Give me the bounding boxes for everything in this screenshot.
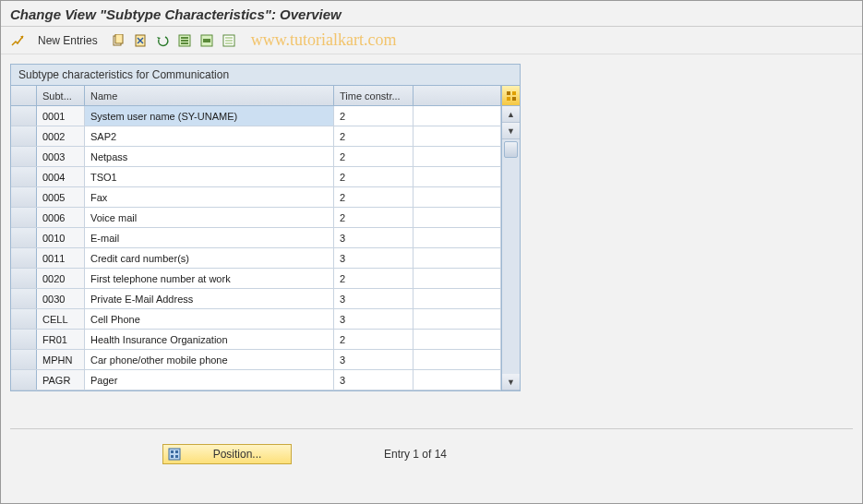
cell-time-constraint[interactable]: 3 — [334, 370, 414, 390]
cell-extra — [414, 330, 501, 349]
cell-name[interactable]: Voice mail — [85, 208, 334, 227]
cell-subtype[interactable]: MPHN — [37, 350, 85, 369]
table-settings-icon[interactable] — [502, 86, 520, 106]
cell-time-constraint[interactable]: 2 — [334, 106, 414, 126]
svg-rect-20 — [169, 449, 180, 460]
cell-name[interactable]: First telephone number at work — [85, 269, 334, 288]
cell-name[interactable]: SAP2 — [85, 126, 334, 146]
position-button-label: Position... — [187, 448, 287, 461]
cell-name[interactable]: Private E-Mail Address — [85, 289, 334, 308]
cell-name[interactable]: Health Insurance Organization — [85, 330, 334, 349]
table-row: 0030Private E-Mail Address3 — [11, 289, 501, 309]
position-button[interactable]: Position... — [162, 444, 292, 464]
svg-rect-7 — [181, 40, 188, 42]
cell-time-constraint[interactable]: 2 — [334, 269, 414, 288]
other-view-icon[interactable] — [8, 31, 27, 50]
row-selector[interactable] — [11, 350, 37, 369]
table-row: 0005Fax2 — [11, 187, 501, 208]
row-selector[interactable] — [11, 106, 37, 126]
cell-extra — [414, 350, 501, 369]
cell-time-constraint[interactable]: 2 — [334, 330, 414, 349]
footer-separator — [10, 428, 853, 429]
cell-name[interactable]: System user name (SY-UNAME) — [85, 106, 334, 126]
row-selector[interactable] — [11, 309, 37, 329]
new-entries-button[interactable]: New Entries — [30, 32, 105, 49]
cell-subtype[interactable]: 0006 — [37, 208, 85, 227]
cell-subtype[interactable]: 0005 — [37, 187, 85, 207]
scroll-track[interactable] — [502, 139, 520, 374]
main-area: Subtype characteristics for Communicatio… — [1, 54, 862, 401]
table-row: 0020First telephone number at work2 — [11, 269, 501, 289]
cell-time-constraint[interactable]: 3 — [334, 289, 414, 308]
scroll-down-step-button[interactable]: ▼ — [502, 123, 520, 139]
vertical-scrollbar: ▲ ▼ ▼ — [501, 86, 520, 390]
watermark-text: www.tutorialkart.com — [251, 30, 397, 50]
scroll-thumb[interactable] — [504, 141, 518, 158]
svg-rect-12 — [225, 37, 233, 39]
row-selector[interactable] — [11, 167, 37, 186]
table-row: 0010E-mail3 — [11, 228, 501, 248]
row-selector[interactable] — [11, 208, 37, 227]
row-selector[interactable] — [11, 289, 37, 308]
cell-time-constraint[interactable]: 3 — [334, 350, 414, 369]
cell-time-constraint[interactable]: 2 — [334, 126, 414, 146]
row-selector-header[interactable] — [11, 86, 37, 105]
table-row: 0006Voice mail2 — [11, 208, 501, 228]
cell-extra — [414, 248, 501, 268]
row-selector[interactable] — [11, 126, 37, 146]
cell-subtype[interactable]: 0002 — [37, 126, 85, 146]
copy-as-icon[interactable] — [109, 31, 127, 50]
cell-name[interactable]: Fax — [85, 187, 334, 207]
cell-subtype[interactable]: PAGR — [37, 370, 85, 390]
cell-subtype[interactable]: CELL — [37, 309, 85, 329]
cell-time-constraint[interactable]: 2 — [334, 147, 414, 166]
cell-name[interactable]: TSO1 — [85, 167, 334, 186]
row-selector[interactable] — [11, 147, 37, 166]
cell-name[interactable]: Cell Phone — [85, 309, 334, 329]
row-selector[interactable] — [11, 269, 37, 288]
cell-subtype[interactable]: 0001 — [37, 106, 85, 126]
select-block-icon[interactable] — [198, 31, 216, 50]
cell-name[interactable]: E-mail — [85, 228, 334, 247]
cell-name[interactable]: Credit card number(s) — [85, 248, 334, 268]
cell-time-constraint[interactable]: 2 — [334, 167, 414, 186]
row-selector[interactable] — [11, 370, 37, 390]
table-row: MPHNCar phone/other mobile phone3 — [11, 350, 501, 370]
svg-rect-18 — [507, 97, 510, 101]
cell-subtype[interactable]: FR01 — [37, 330, 85, 349]
cell-subtype[interactable]: 0004 — [37, 167, 85, 186]
scroll-up-button[interactable]: ▲ — [502, 106, 520, 123]
cell-time-constraint[interactable]: 2 — [334, 187, 414, 207]
cell-name[interactable]: Pager — [85, 370, 334, 390]
row-selector[interactable] — [11, 248, 37, 268]
cell-subtype[interactable]: 0020 — [37, 269, 85, 288]
svg-rect-13 — [225, 40, 233, 42]
deselect-all-icon[interactable] — [220, 31, 238, 50]
column-header-subtype[interactable]: Subt... — [37, 86, 85, 105]
cell-name[interactable]: Netpass — [85, 147, 334, 166]
cell-time-constraint[interactable]: 3 — [334, 309, 414, 329]
cell-time-constraint[interactable]: 2 — [334, 208, 414, 227]
row-selector[interactable] — [11, 187, 37, 207]
cell-time-constraint[interactable]: 3 — [334, 248, 414, 268]
table-row: 0011Credit card number(s)3 — [11, 248, 501, 269]
column-header-time-constraint[interactable]: Time constr... — [334, 86, 414, 105]
cell-extra — [414, 187, 501, 207]
cell-subtype[interactable]: 0003 — [37, 147, 85, 166]
cell-time-constraint[interactable]: 3 — [334, 228, 414, 247]
select-all-icon[interactable] — [175, 31, 194, 50]
cell-subtype[interactable]: 0030 — [37, 289, 85, 308]
cell-name[interactable]: Car phone/other mobile phone — [85, 350, 334, 369]
scroll-down-button[interactable]: ▼ — [502, 374, 520, 390]
undo-change-icon[interactable] — [153, 31, 172, 50]
cell-subtype[interactable]: 0010 — [37, 228, 85, 247]
column-header-name[interactable]: Name — [85, 86, 334, 105]
cell-subtype[interactable]: 0011 — [37, 248, 85, 268]
svg-rect-14 — [225, 42, 233, 44]
delete-icon[interactable] — [131, 31, 150, 50]
table-row: 0002SAP22 — [11, 126, 501, 147]
row-selector[interactable] — [11, 228, 37, 247]
svg-rect-16 — [507, 91, 510, 95]
footer-area: Position... Entry 1 of 14 — [1, 444, 862, 464]
row-selector[interactable] — [11, 330, 37, 349]
